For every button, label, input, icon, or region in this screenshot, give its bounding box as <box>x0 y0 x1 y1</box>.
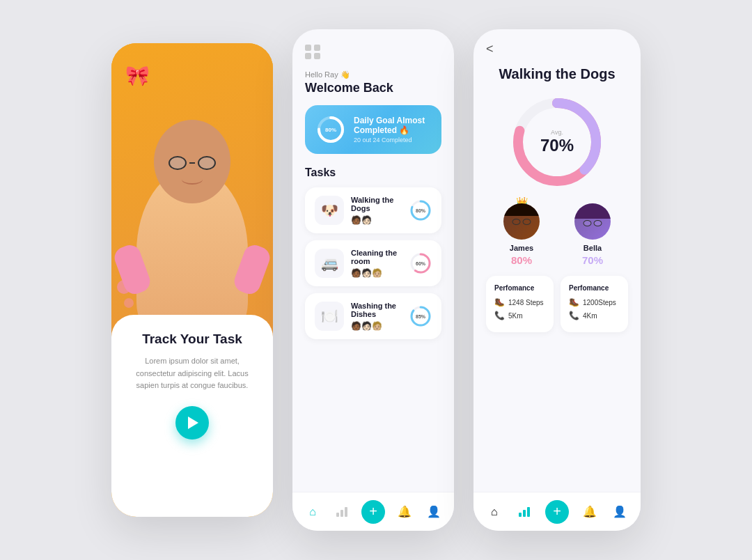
play-icon <box>188 417 198 429</box>
svg-rect-9 <box>340 510 343 517</box>
performance-card-bella: Perfomance 🥾 1200Steps 📞 4Km <box>561 276 628 332</box>
task-item[interactable]: 🐶 Walking the Dogs 🧑🏾🧑🏻 80% <box>305 187 441 233</box>
task-item[interactable]: 🍽️ Washing the Dishes 🧑🏾🧑🏻🧑🏼 85% <box>305 293 441 339</box>
task-percent: 80% <box>416 208 425 213</box>
task-progress-ring: 80% <box>409 199 432 221</box>
goal-progress-ring: 80% <box>316 115 345 144</box>
distance-icon: 📞 <box>494 311 505 320</box>
player-percent-james: 80% <box>503 254 540 266</box>
nav-home-icon[interactable]: ⌂ <box>485 502 504 522</box>
svg-rect-16 <box>527 507 530 517</box>
greeting-text: Hello Ray 👋 <box>305 70 441 79</box>
player-avatar-wrap: 👑 <box>503 203 540 240</box>
screen-onboarding: 🎀 <box>111 43 273 517</box>
nav-chart-icon[interactable] <box>515 502 534 522</box>
task-emoji: 🍽️ <box>315 302 344 331</box>
nav-bell-icon[interactable]: 🔔 <box>395 502 414 522</box>
svg-rect-10 <box>345 507 347 517</box>
tasks-content: Hello Ray 👋 Welcome Back 80% Daily Goal … <box>292 29 454 492</box>
task-percent: 60% <box>416 261 425 266</box>
detail-title: Walking the Dogs <box>486 66 628 82</box>
steps-icon: 🥾 <box>569 297 579 307</box>
svg-rect-14 <box>519 513 522 517</box>
task-name: Washing the Dishes <box>351 302 402 318</box>
hair-bow-icon: 🎀 <box>125 64 150 87</box>
performance-row: Perfomance 🥾 1248 Steps 📞 5Km Perfomance… <box>486 276 628 332</box>
bottom-navigation: ⌂ + 🔔 👤 <box>473 492 641 531</box>
back-button[interactable]: < <box>486 42 506 56</box>
player-avatar-wrap <box>574 203 611 240</box>
onboarding-description: Lorem ipsum dolor sit amet, consectetur … <box>125 355 259 392</box>
goal-card[interactable]: 80% Daily Goal Almost Completed 🔥 20 out… <box>305 105 441 154</box>
perf-label: Perfomance <box>569 284 620 292</box>
performance-card-james: Perfomance 🥾 1248 Steps 📞 5Km <box>486 276 554 332</box>
task-emoji: 🚐 <box>315 249 344 278</box>
nav-user-icon[interactable]: 👤 <box>610 502 629 522</box>
perf-distance-value: 4Km <box>583 312 597 320</box>
perf-label: Perfomance <box>494 284 545 292</box>
player-avatar-james <box>503 203 540 240</box>
app-grid-icon[interactable] <box>305 45 320 59</box>
hero-image: 🎀 <box>111 43 273 336</box>
goal-percent: 80% <box>325 127 336 133</box>
tasks-section-label: Tasks <box>305 166 441 179</box>
donut-center-text: Avg. 70% <box>540 129 574 155</box>
players-row: 👑 James 80% <box>486 203 628 266</box>
goal-text: Daily Goal Almost Completed 🔥 20 out 24 … <box>354 116 430 144</box>
donut-avg-percent: 70% <box>540 136 574 155</box>
onboarding-content: Track Your Task Lorem ipsum dolor sit am… <box>111 315 273 517</box>
perf-steps-item: 🥾 1200Steps <box>569 297 620 307</box>
task-emoji: 🐶 <box>315 196 344 225</box>
svg-rect-15 <box>523 510 526 517</box>
player-percent-bella: 70% <box>574 254 611 266</box>
player-name-james: James <box>503 244 540 252</box>
screen-detail: < Walking the Dogs Avg. 70% <box>473 29 641 531</box>
nav-bell-icon[interactable]: 🔔 <box>580 502 600 522</box>
app-showcase: 🎀 <box>91 1 661 559</box>
screen-tasks: Hello Ray 👋 Welcome Back 80% Daily Goal … <box>292 29 454 531</box>
task-progress-ring: 60% <box>409 252 432 274</box>
detail-content: < Walking the Dogs Avg. 70% <box>473 29 641 492</box>
donut-wrap: Avg. 70% <box>508 93 606 191</box>
nav-add-button[interactable]: + <box>361 500 385 524</box>
perf-steps-value: 1200Steps <box>583 299 616 306</box>
player-name-bella: Bella <box>574 244 611 252</box>
svg-rect-8 <box>336 513 339 517</box>
donut-avg-label: Avg. <box>540 129 574 136</box>
player-avatar-bella <box>574 203 611 240</box>
steps-icon: 🥾 <box>494 297 505 307</box>
progress-donut-chart: Avg. 70% <box>486 93 628 191</box>
task-avatars: 🧑🏾🧑🏻 <box>351 215 402 225</box>
nav-chart-icon[interactable] <box>332 502 352 522</box>
perf-distance-item: 📞 5Km <box>494 311 545 320</box>
task-avatars: 🧑🏾🧑🏻🧑🏼 <box>351 321 402 331</box>
nav-add-button[interactable]: + <box>545 500 569 524</box>
task-avatars: 🧑🏾🧑🏻🧑🏼 <box>351 268 402 278</box>
perf-distance-value: 5Km <box>508 312 523 320</box>
bottom-navigation: ⌂ + 🔔 👤 <box>292 492 454 531</box>
task-list: 🐶 Walking the Dogs 🧑🏾🧑🏻 80% <box>305 187 441 492</box>
task-info: Washing the Dishes 🧑🏾🧑🏻🧑🏼 <box>351 302 402 331</box>
task-percent: 85% <box>416 314 425 319</box>
perf-steps-value: 1248 Steps <box>508 299 544 306</box>
task-item[interactable]: 🚐 Cleaning the room 🧑🏾🧑🏻🧑🏼 60% <box>305 240 441 286</box>
nav-home-icon[interactable]: ⌂ <box>303 502 322 522</box>
task-info: Walking the Dogs 🧑🏾🧑🏻 <box>351 196 402 225</box>
distance-icon: 📞 <box>569 311 579 320</box>
perf-distance-item: 📞 4Km <box>569 311 620 320</box>
play-button[interactable] <box>175 406 209 440</box>
perf-steps-item: 🥾 1248 Steps <box>494 297 545 307</box>
task-progress-ring: 85% <box>409 305 432 327</box>
goal-title: Daily Goal Almost Completed 🔥 <box>354 116 430 136</box>
nav-user-icon[interactable]: 👤 <box>424 502 444 522</box>
goal-subtitle: 20 out 24 Completed <box>354 137 430 143</box>
task-name: Walking the Dogs <box>351 196 402 212</box>
player-card-james: 👑 James 80% <box>503 203 540 266</box>
welcome-title: Welcome Back <box>305 81 441 95</box>
task-info: Cleaning the room 🧑🏾🧑🏻🧑🏼 <box>351 249 402 278</box>
player-card-bella: Bella 70% <box>574 203 611 266</box>
onboarding-title: Track Your Task <box>142 332 242 347</box>
task-name: Cleaning the room <box>351 249 402 265</box>
